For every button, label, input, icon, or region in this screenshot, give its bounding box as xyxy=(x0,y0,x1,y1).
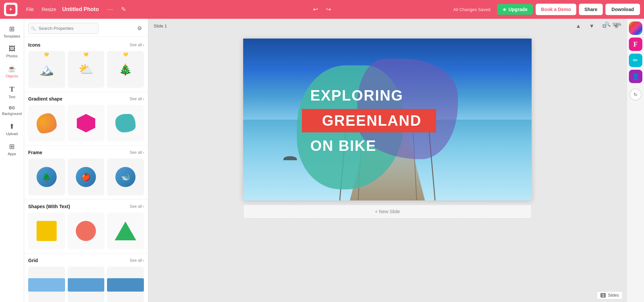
gradient-grid xyxy=(28,105,144,142)
sidebar-item-upload[interactable]: ⬆ Upload xyxy=(0,119,24,139)
app-button-draw[interactable]: ✏ xyxy=(629,54,642,67)
greenland-bg-box[interactable]: GREENLAND xyxy=(302,109,436,132)
more-options-button[interactable]: ⋯ xyxy=(104,4,116,14)
sidebar-item-objects[interactable]: ☕ Objects xyxy=(0,61,24,81)
document-title[interactable]: Untitled Photo xyxy=(62,6,99,12)
slide-up-button[interactable]: ▲ xyxy=(573,22,584,31)
text-on-bike[interactable]: ON BIKE xyxy=(310,137,376,154)
redo-button[interactable]: ↪ xyxy=(323,4,334,14)
frame-item-2[interactable]: 🍎 xyxy=(68,159,105,195)
icons-section-header: Icons See all › xyxy=(28,42,144,48)
share-button[interactable]: Share xyxy=(579,4,603,15)
shapes-text-see-all[interactable]: See all › xyxy=(129,204,144,209)
frame-item-3[interactable]: 🐋 xyxy=(107,159,144,195)
orange-blob-shape xyxy=(37,113,57,133)
icons-section-title: Icons xyxy=(28,42,41,48)
frame-section: Frame See all › 🌲 🍎 🐋 xyxy=(24,147,148,198)
new-slide-button[interactable]: + New Slide xyxy=(243,204,532,219)
text-exploring[interactable]: EXPLORING xyxy=(310,87,403,104)
zoom-percent: 32% xyxy=(612,22,621,27)
refresh-button[interactable]: ↻ xyxy=(630,88,642,101)
canvas-slide[interactable]: EXPLORING GREENLAND ON BIKE xyxy=(243,39,532,200)
sidebar-item-templates[interactable]: ⊞ Templates xyxy=(0,21,24,42)
gradient-see-all[interactable]: See all › xyxy=(129,97,144,101)
canvas-toolbar: Slide 1 ▲ ▼ ⧉ ⊕ xyxy=(148,19,627,33)
search-input[interactable] xyxy=(28,23,99,34)
sidebar-label-templates: Templates xyxy=(3,34,20,38)
grid-item-3[interactable] xyxy=(107,266,144,302)
app-button-gradient[interactable] xyxy=(629,21,642,35)
slide-down-button[interactable]: ▼ xyxy=(586,22,597,31)
icon-item-ornament[interactable]: 🎄 💛 xyxy=(107,51,144,88)
menu-file[interactable]: File xyxy=(23,5,37,14)
main-layout: ⊞ Templates 🖼 Photos ☕ Objects T Text BG… xyxy=(0,19,644,302)
grid-items-grid xyxy=(28,266,144,302)
sidebar-item-apps[interactable]: ⊞ Apps xyxy=(0,139,24,159)
menu-resize[interactable]: Resize xyxy=(39,5,60,14)
frame-item-1[interactable]: 🌲 xyxy=(28,159,65,195)
teal-blob-shape xyxy=(115,114,136,132)
shapes-text-grid xyxy=(28,213,144,249)
saved-status: All Changes Saved xyxy=(453,7,490,12)
canvas-area: 🔍 32% Slide 1 ▲ ▼ ⧉ ⊕ xyxy=(148,19,627,302)
topbar-right-controls: All Changes Saved Upgrade Book a Demo Sh… xyxy=(453,4,640,15)
refresh-icon: ↻ xyxy=(634,92,638,97)
app-logo[interactable] xyxy=(4,3,17,16)
frame-grid: 🌲 🍎 🐋 xyxy=(28,159,144,195)
frame-see-all[interactable]: See all › xyxy=(129,150,144,155)
sidebar-item-photos[interactable]: 🖼 Photos xyxy=(0,42,24,61)
text-greenland: GREENLAND xyxy=(322,112,416,129)
panel-search-bar: ⚙ xyxy=(24,19,148,37)
image-icon: 👤 xyxy=(632,73,639,80)
undo-button[interactable]: ↩ xyxy=(310,4,321,14)
grid-item-1[interactable] xyxy=(28,266,65,302)
sidebar-item-background[interactable]: BG Background xyxy=(0,102,24,119)
icon-item-mountain[interactable]: 🏔️ 💛 xyxy=(28,51,65,88)
background-icon: BG xyxy=(9,106,15,110)
shapes-text-title: Shapes (With Text) xyxy=(28,204,70,209)
coral-circle-shape[interactable] xyxy=(68,213,105,249)
grid-title: Grid xyxy=(28,258,38,263)
download-button[interactable]: Download xyxy=(605,4,640,15)
divider-3 xyxy=(24,199,148,200)
blue-grid-block-1 xyxy=(28,278,65,292)
edit-button[interactable]: ✎ xyxy=(118,4,129,14)
icons-see-all[interactable]: See all › xyxy=(129,43,144,47)
yellow-square xyxy=(37,221,57,241)
app-logo-inner xyxy=(6,5,15,14)
sidebar-label-upload: Upload xyxy=(6,132,18,136)
book-demo-button[interactable]: Book a Demo xyxy=(536,4,576,15)
icons-section: Icons See all › 🏔️ 💛 ⛅ 💛 🎄 xyxy=(24,40,148,90)
filter-button[interactable]: ⚙ xyxy=(135,23,144,34)
gradient-shape-header: Gradient shape See all › xyxy=(28,96,144,102)
gradient-shape-section: Gradient shape See all › xyxy=(24,94,148,144)
grid-see-all[interactable]: See all › xyxy=(129,258,144,263)
slides-count: 1 xyxy=(600,293,606,298)
grid-item-2[interactable] xyxy=(68,266,105,302)
left-sidebar: ⊞ Templates 🖼 Photos ☕ Objects T Text BG… xyxy=(0,19,24,302)
objects-panel: ⚙ Icons See all › 🏔️ 💛 ⛅ xyxy=(24,19,148,302)
canvas-scroll[interactable]: EXPLORING GREENLAND ON BIKE + New Slide xyxy=(148,33,627,302)
ornament-icon: 🎄 xyxy=(119,63,132,76)
green-triangle-shape[interactable] xyxy=(107,213,144,249)
topbar-doc-icons: ⋯ ✎ xyxy=(104,4,129,14)
templates-icon: ⊞ xyxy=(9,25,15,33)
gradient-shape-3[interactable] xyxy=(107,105,144,142)
upload-icon: ⬆ xyxy=(9,122,15,130)
yellow-rect-shape[interactable] xyxy=(28,213,65,249)
app-button-image[interactable]: 👤 xyxy=(629,70,642,83)
zoom-indicator: 🔍 32% xyxy=(605,21,621,27)
gradient-shape-1[interactable] xyxy=(28,105,65,142)
topbar: File Resize Untitled Photo ⋯ ✎ ↩ ↪ All C… xyxy=(0,0,644,19)
upgrade-button[interactable]: Upgrade xyxy=(497,4,533,15)
icon-item-cloud[interactable]: ⛅ 💛 xyxy=(68,51,105,88)
cloud-icon: ⛅ xyxy=(78,62,94,76)
forest-circle-frame: 🌲 xyxy=(37,167,57,187)
boat-shape xyxy=(283,156,297,160)
search-wrapper xyxy=(28,23,132,34)
sidebar-label-apps: Apps xyxy=(8,152,16,156)
sidebar-item-text[interactable]: T Text xyxy=(0,81,24,102)
app-button-fontface[interactable]: F xyxy=(629,38,642,51)
objects-icon: ☕ xyxy=(8,65,16,73)
gradient-shape-2[interactable] xyxy=(68,105,105,142)
